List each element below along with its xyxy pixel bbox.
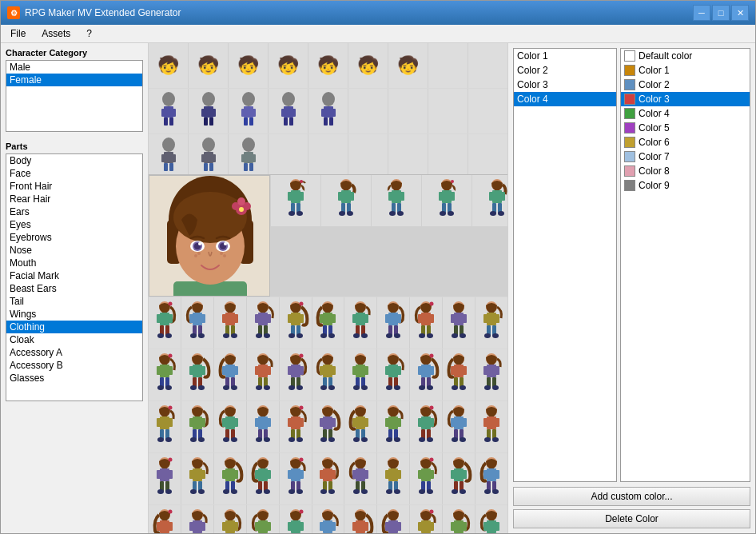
sprite-cell[interactable] <box>214 349 246 400</box>
part-rear-hair[interactable]: Rear Hair <box>6 193 142 205</box>
sprite-cell[interactable] <box>344 349 376 400</box>
sprite-cell[interactable] <box>388 134 428 174</box>
part-accessory-a[interactable]: Accessory A <box>6 346 142 359</box>
sprite-cell[interactable] <box>443 401 475 452</box>
sprite-cell[interactable] <box>344 505 376 533</box>
sprite-cell[interactable] <box>247 505 279 533</box>
sprite-cell[interactable] <box>443 453 475 504</box>
sprite-cell[interactable] <box>377 505 409 533</box>
close-button[interactable]: ✕ <box>731 5 749 21</box>
sprite-cell[interactable] <box>214 401 246 452</box>
sprite-cell[interactable] <box>410 297 442 349</box>
menu-assets[interactable]: Assets <box>35 26 77 41</box>
sprite-cell[interactable] <box>308 134 348 174</box>
sprite-cell[interactable] <box>149 134 188 174</box>
part-ears[interactable]: Ears <box>6 205 142 218</box>
sprite-cell[interactable] <box>344 453 376 504</box>
sprite-cell[interactable] <box>280 349 312 400</box>
sprite-cell[interactable] <box>468 134 507 174</box>
sprite-cell[interactable] <box>247 401 279 452</box>
sprite-cell[interactable] <box>269 134 308 174</box>
sprite-cell[interactable] <box>348 89 388 134</box>
sprite-cell[interactable] <box>280 453 312 504</box>
color-name-list[interactable]: Default color Color 1 Color 2 Color 3 <box>620 48 750 482</box>
sprite-cell[interactable] <box>280 297 312 349</box>
sprite-cell[interactable] <box>181 349 213 400</box>
sprite-cell[interactable] <box>472 175 507 226</box>
sprite-cell[interactable] <box>468 89 507 134</box>
sprite-cell[interactable] <box>475 401 507 452</box>
portrait-cell[interactable] <box>149 175 270 297</box>
sprite-main-scroll[interactable] <box>149 175 507 533</box>
sprite-cell[interactable] <box>422 175 472 226</box>
sprite-cell[interactable] <box>410 453 442 504</box>
sprite-cell[interactable]: 🧒 <box>149 43 188 88</box>
sprite-cell[interactable] <box>280 401 312 452</box>
sprite-cell[interactable] <box>149 505 181 533</box>
sprite-cell[interactable] <box>312 297 344 349</box>
sprite-cell[interactable] <box>280 505 312 533</box>
sprite-cell[interactable] <box>377 401 409 452</box>
sprite-cell[interactable] <box>410 505 442 533</box>
sprite-cell[interactable] <box>181 453 213 504</box>
part-body[interactable]: Body <box>6 154 142 167</box>
sprite-cell[interactable] <box>410 401 442 452</box>
color-name-7[interactable]: Color 7 <box>621 149 750 164</box>
category-male[interactable]: Male <box>6 61 142 74</box>
color-num-1[interactable]: Color 1 <box>514 49 616 63</box>
minimize-button[interactable]: ─ <box>693 5 710 21</box>
part-face[interactable]: Face <box>6 167 142 180</box>
sprite-cell[interactable] <box>247 453 279 504</box>
sprite-cell[interactable]: 🧒 <box>388 43 428 88</box>
color-name-6[interactable]: Color 6 <box>621 135 750 149</box>
sprite-cell[interactable] <box>214 453 246 504</box>
part-clothing[interactable]: Clothing <box>6 321 142 333</box>
category-list[interactable]: Male Female <box>6 60 143 132</box>
color-name-5[interactable]: Color 5 <box>621 121 750 135</box>
sprite-cell[interactable] <box>475 453 507 504</box>
sprite-cell[interactable] <box>271 175 320 226</box>
color-name-2[interactable]: Color 2 <box>621 78 750 92</box>
sprite-cell[interactable] <box>344 297 376 349</box>
sprite-cell[interactable] <box>468 43 507 88</box>
sprite-cell[interactable] <box>410 349 442 400</box>
part-wings[interactable]: Wings <box>6 308 142 321</box>
delete-color-button[interactable]: Delete Color <box>513 509 750 528</box>
sprite-cell[interactable] <box>181 297 213 349</box>
part-accessory-b[interactable]: Accessory B <box>6 359 142 372</box>
sprite-cell[interactable] <box>443 297 475 349</box>
part-mouth[interactable]: Mouth <box>6 257 142 269</box>
color-num-3[interactable]: Color 3 <box>514 78 616 92</box>
sprite-cell[interactable] <box>312 453 344 504</box>
sprite-cell[interactable] <box>312 401 344 452</box>
color-num-4[interactable]: Color 4 <box>514 92 616 106</box>
sprite-cell[interactable] <box>149 401 181 452</box>
sprite-cell[interactable] <box>428 134 468 174</box>
part-glasses[interactable]: Glasses <box>6 372 142 385</box>
sprite-cell[interactable] <box>443 505 475 533</box>
sprite-cell[interactable] <box>149 89 188 134</box>
part-facial-mark[interactable]: Facial Mark <box>6 269 142 282</box>
sprite-cell[interactable] <box>247 297 279 349</box>
sprite-cell[interactable] <box>214 505 246 533</box>
menu-help[interactable]: ? <box>80 26 98 41</box>
sprite-cell[interactable] <box>229 89 268 134</box>
sprite-cell[interactable] <box>181 505 213 533</box>
sprite-cell[interactable] <box>181 401 213 452</box>
sprite-cell[interactable] <box>269 89 308 134</box>
color-num-2[interactable]: Color 2 <box>514 63 616 78</box>
sprite-cell[interactable] <box>372 175 421 226</box>
color-name-9[interactable]: Color 9 <box>621 178 750 193</box>
sprite-cell[interactable] <box>149 297 181 349</box>
sprite-cell[interactable] <box>321 175 371 226</box>
sprite-cell[interactable] <box>308 89 348 134</box>
sprite-cell[interactable] <box>229 134 268 174</box>
sprite-cell[interactable] <box>344 401 376 452</box>
sprite-cell[interactable] <box>475 349 507 400</box>
sprite-cell[interactable]: 🧒 <box>348 43 388 88</box>
sprite-cell[interactable] <box>475 297 507 349</box>
add-custom-color-button[interactable]: Add custom color... <box>513 487 750 506</box>
category-female[interactable]: Female <box>6 74 142 86</box>
parts-list[interactable]: Body Face Front Hair Rear Hair Ears Eyes… <box>6 153 143 401</box>
sprite-cell[interactable] <box>189 89 228 134</box>
